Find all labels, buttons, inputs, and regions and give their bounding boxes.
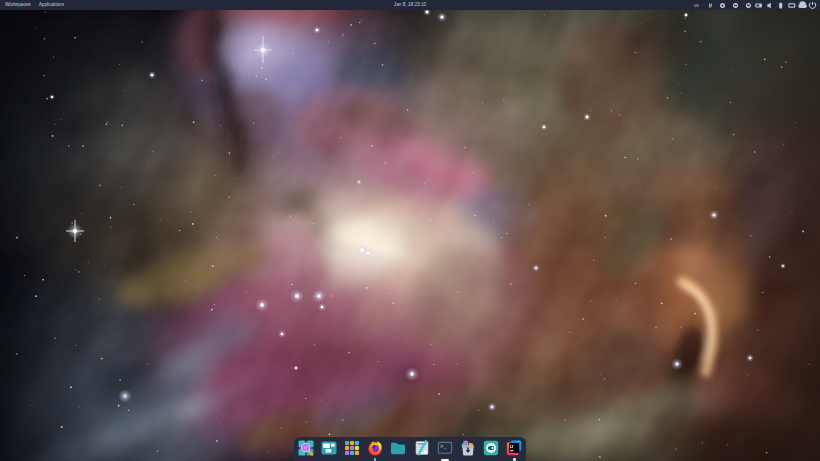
svg-text:>_: >_ xyxy=(440,444,447,450)
svg-text:us: us xyxy=(694,3,700,8)
